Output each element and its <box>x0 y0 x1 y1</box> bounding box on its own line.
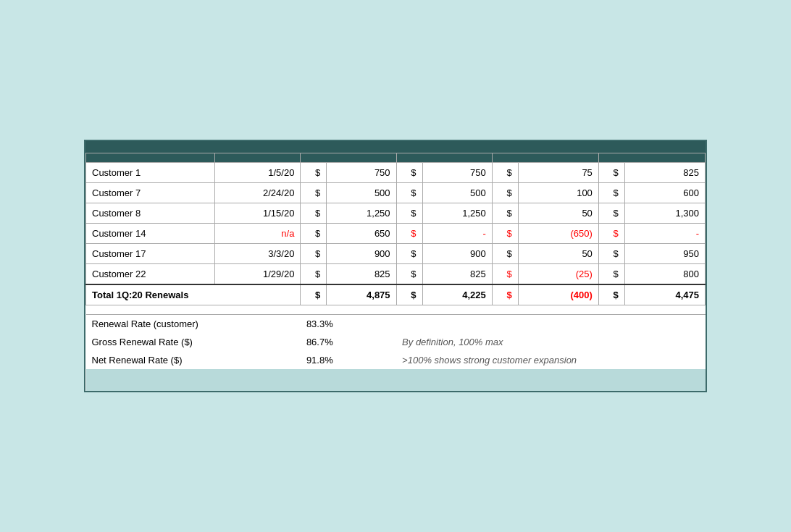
customer-name: Customer 22 <box>86 264 215 285</box>
metric-row: Net Renewal Rate ($) 91.8% >100% shows s… <box>86 351 706 369</box>
metric-value: 83.3% <box>301 315 396 334</box>
renewed-value: 500 <box>422 183 492 203</box>
total-dollar-sign: $ <box>598 183 624 203</box>
renewed-dollar-sign: $ <box>396 163 422 183</box>
totals-tot-val: 4,475 <box>624 284 705 305</box>
metric-note: >100% shows strong customer expansion <box>396 351 705 369</box>
totals-ups-val: (400) <box>518 284 598 305</box>
renewed-value: 900 <box>422 244 492 264</box>
table-row: Customer 17 3/3/20 $ 900 $ 900 $ 50 $ 95… <box>86 244 706 264</box>
eligible-value: 750 <box>327 163 396 183</box>
table-row: Customer 8 1/15/20 $ 1,250 $ 1,250 $ 50 … <box>86 203 706 224</box>
page-container: Customer 1 1/5/20 $ 750 $ 750 $ 75 $ 825… <box>0 125 791 407</box>
renewed-value: - <box>422 224 492 244</box>
metric-note <box>396 315 705 334</box>
title-bar <box>85 141 706 153</box>
eligible-value: 1,250 <box>327 203 396 224</box>
eligible-dollar-sign: $ <box>301 183 327 203</box>
renewal-date: 1/5/20 <box>214 163 301 183</box>
totals-elig-val: 4,875 <box>327 284 396 305</box>
header-base-arr-eligible <box>301 153 396 163</box>
total-value: - <box>624 224 705 244</box>
upsell-value: (25) <box>518 264 598 285</box>
header-upsell <box>492 153 598 163</box>
upsell-value: (650) <box>518 224 598 244</box>
upsell-value: 100 <box>518 183 598 203</box>
header-renewal-date <box>214 153 301 163</box>
eligible-value: 900 <box>327 244 396 264</box>
table-row: Customer 1 1/5/20 $ 750 $ 750 $ 75 $ 825 <box>86 163 706 183</box>
eligible-value: 500 <box>327 183 396 203</box>
customer-name: Customer 14 <box>86 224 215 244</box>
metric-row: Renewal Rate (customer) 83.3% <box>86 315 706 334</box>
renewed-value: 825 <box>422 264 492 285</box>
totals-elig-sign: $ <box>301 284 327 305</box>
eligible-value: 650 <box>327 224 396 244</box>
customer-name: Customer 7 <box>86 183 215 203</box>
upsell-value: 75 <box>518 163 598 183</box>
header-total-net <box>598 153 705 163</box>
header-cohort <box>86 153 215 163</box>
totals-ups-sign: $ <box>492 284 518 305</box>
table-row: Customer 14 n/a $ 650 $ - $ (650) $ - <box>86 224 706 244</box>
total-dollar-sign: $ <box>598 163 624 183</box>
upsell-dollar-sign: $ <box>492 183 518 203</box>
totals-ren-sign: $ <box>396 284 422 305</box>
upsell-dollar-sign: $ <box>492 163 518 183</box>
metric-label: Gross Renewal Rate ($) <box>86 333 301 351</box>
metric-label: Renewal Rate (customer) <box>86 315 301 334</box>
renewed-dollar-sign: $ <box>396 244 422 264</box>
total-value: 600 <box>624 183 705 203</box>
total-dollar-sign: $ <box>598 264 624 285</box>
customer-name: Customer 17 <box>86 244 215 264</box>
renewed-value: 1,250 <box>422 203 492 224</box>
total-dollar-sign: $ <box>598 203 624 224</box>
totals-tot-sign: $ <box>598 284 624 305</box>
upsell-dollar-sign: $ <box>492 224 518 244</box>
metric-row: Gross Renewal Rate ($) 86.7% By definiti… <box>86 333 706 351</box>
table-row: Customer 7 2/24/20 $ 500 $ 500 $ 100 $ 6… <box>86 183 706 203</box>
metric-value: 91.8% <box>301 351 396 369</box>
eligible-dollar-sign: $ <box>301 244 327 264</box>
header-base-arr-renewed <box>396 153 492 163</box>
upsell-value: 50 <box>518 244 598 264</box>
renewed-dollar-sign: $ <box>396 224 422 244</box>
metric-note: By definition, 100% max <box>396 333 705 351</box>
eligible-dollar-sign: $ <box>301 264 327 285</box>
total-value: 800 <box>624 264 705 285</box>
totals-ren-val: 4,225 <box>422 284 492 305</box>
table-row: Customer 22 1/29/20 $ 825 $ 825 $ (25) $… <box>86 264 706 285</box>
renewed-value: 750 <box>422 163 492 183</box>
renewed-dollar-sign: $ <box>396 264 422 285</box>
renewal-date: n/a <box>214 224 301 244</box>
totals-row: Total 1Q:20 Renewals $ 4,875 $ 4,225 $ (… <box>86 284 706 305</box>
totals-label: Total 1Q:20 Renewals <box>86 284 301 305</box>
renewal-date: 3/3/20 <box>214 244 301 264</box>
customer-name: Customer 8 <box>86 203 215 224</box>
upsell-dollar-sign: $ <box>492 264 518 285</box>
renewal-date: 2/24/20 <box>214 183 301 203</box>
renewal-date: 1/15/20 <box>214 203 301 224</box>
total-value: 825 <box>624 163 705 183</box>
separator-row <box>86 305 706 315</box>
eligible-dollar-sign: $ <box>301 224 327 244</box>
total-dollar-sign: $ <box>598 224 624 244</box>
renewed-dollar-sign: $ <box>396 183 422 203</box>
eligible-dollar-sign: $ <box>301 163 327 183</box>
total-value: 950 <box>624 244 705 264</box>
customer-name: Customer 1 <box>86 163 215 183</box>
eligible-dollar-sign: $ <box>301 203 327 224</box>
total-dollar-sign: $ <box>598 244 624 264</box>
upsell-dollar-sign: $ <box>492 244 518 264</box>
renewal-date: 1/29/20 <box>214 264 301 285</box>
upsell-dollar-sign: $ <box>492 203 518 224</box>
metric-value: 86.7% <box>301 333 396 351</box>
total-value: 1,300 <box>624 203 705 224</box>
main-table-wrapper: Customer 1 1/5/20 $ 750 $ 750 $ 75 $ 825… <box>84 140 707 392</box>
renewed-dollar-sign: $ <box>396 203 422 224</box>
renewal-table: Customer 1 1/5/20 $ 750 $ 750 $ 75 $ 825… <box>85 153 706 391</box>
metric-label: Net Renewal Rate ($) <box>86 351 301 369</box>
eligible-value: 825 <box>327 264 396 285</box>
upsell-value: 50 <box>518 203 598 224</box>
